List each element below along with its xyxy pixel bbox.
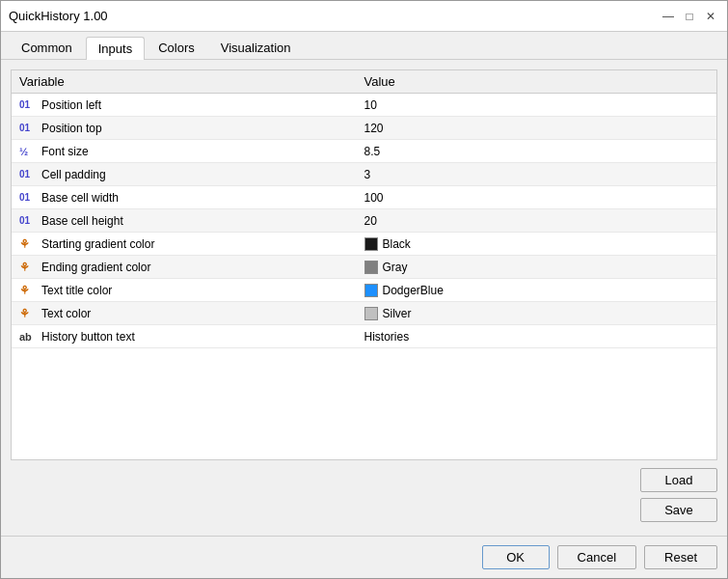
value-cell: Gray — [364, 261, 710, 274]
value-label: 100 — [364, 191, 384, 205]
reset-button[interactable]: Reset — [644, 545, 717, 569]
cancel-button[interactable]: Cancel — [557, 545, 636, 569]
load-button[interactable]: Load — [640, 468, 717, 492]
value-label: 20 — [364, 214, 377, 228]
type-badge: 01 — [19, 169, 37, 179]
variable-label: Position top — [41, 122, 102, 135]
value-cell: 20 — [364, 214, 710, 228]
bottom-section: Load Save — [11, 468, 717, 526]
variable-label: Base cell height — [41, 214, 123, 228]
tab-bar: Common Inputs Colors Visualization — [1, 32, 727, 60]
color-swatch — [364, 237, 378, 251]
table-row: ⚘Ending gradient colorGray — [12, 256, 716, 279]
value-label: 3 — [364, 168, 371, 181]
main-window: QuickHistory 1.00 — □ ✕ Common Inputs Co… — [0, 0, 728, 579]
table-body: 01Position left1001Position top120½Font … — [12, 94, 716, 348]
variable-label: History button text — [41, 330, 135, 344]
variable-label: Cell padding — [41, 168, 106, 181]
color-swatch — [364, 307, 378, 320]
color-swatch — [364, 261, 378, 274]
tab-colors[interactable]: Colors — [146, 36, 207, 59]
table-row: abHistory button textHistories — [12, 325, 716, 348]
variable-label: Text title color — [41, 284, 112, 297]
value-cell: 100 — [364, 191, 710, 205]
value-label: DodgerBlue — [383, 284, 444, 297]
table-row: 01Base cell width100 — [12, 186, 716, 209]
col-variable-header: Variable — [19, 74, 364, 89]
type-badge: ⚘ — [19, 284, 37, 297]
window-title: QuickHistory 1.00 — [9, 9, 108, 23]
variable-cell: 01Base cell width — [19, 191, 364, 205]
table-row: 01Position top120 — [12, 117, 716, 140]
color-swatch — [364, 284, 378, 297]
window-controls: — □ ✕ — [660, 8, 719, 25]
variable-cell: ½Font size — [19, 145, 364, 158]
properties-table: Variable Value 01Position left1001Positi… — [11, 69, 717, 460]
table-row: 01Position left10 — [12, 94, 716, 117]
variable-cell: ⚘Ending gradient color — [19, 261, 364, 274]
table-row: ½Font size8.5 — [12, 140, 716, 163]
variable-cell: 01Cell padding — [19, 168, 364, 181]
type-badge: ⚘ — [19, 237, 37, 251]
tab-content: Variable Value 01Position left1001Positi… — [1, 60, 727, 536]
type-badge: ab — [19, 331, 37, 343]
ok-button[interactable]: OK — [482, 545, 550, 569]
variable-cell: 01Base cell height — [19, 214, 364, 228]
value-label: Silver — [383, 307, 412, 320]
tab-visualization[interactable]: Visualization — [208, 36, 304, 59]
value-cell: Black — [364, 237, 710, 251]
value-label: 10 — [364, 98, 377, 112]
save-button[interactable]: Save — [640, 498, 717, 522]
variable-cell: ⚘Text title color — [19, 284, 364, 297]
col-value-header: Value — [364, 74, 710, 89]
value-cell: 3 — [364, 168, 710, 181]
value-label: 120 — [364, 122, 384, 135]
variable-label: Text color — [41, 307, 91, 320]
table-row: 01Cell padding3 — [12, 163, 716, 186]
variable-label: Position left — [41, 98, 101, 112]
value-label: Histories — [364, 330, 410, 344]
table-row: ⚘Text title colorDodgerBlue — [12, 279, 716, 302]
value-label: Gray — [383, 261, 408, 274]
type-badge: ½ — [19, 146, 37, 157]
value-label: 8.5 — [364, 145, 381, 158]
side-buttons: Load Save — [640, 468, 717, 522]
variable-cell: abHistory button text — [19, 330, 364, 344]
table-row: ⚘Text colorSilver — [12, 302, 716, 325]
value-cell: Silver — [364, 307, 710, 320]
close-button[interactable]: ✕ — [702, 8, 719, 25]
variable-cell: ⚘Text color — [19, 307, 364, 320]
table-row: ⚘Starting gradient colorBlack — [12, 233, 716, 256]
value-cell: 10 — [364, 98, 710, 112]
type-badge: 01 — [19, 192, 37, 203]
type-badge: ⚘ — [19, 261, 37, 274]
minimize-button[interactable]: — — [660, 8, 677, 25]
value-label: Black — [383, 237, 411, 251]
variable-cell: 01Position left — [19, 98, 364, 112]
value-cell: 8.5 — [364, 145, 710, 158]
table-row: 01Base cell height20 — [12, 209, 716, 233]
footer: OK Cancel Reset — [1, 536, 727, 578]
variable-label: Font size — [41, 145, 89, 158]
variable-cell: 01Position top — [19, 122, 364, 135]
type-badge: 01 — [19, 215, 37, 226]
variable-cell: ⚘Starting gradient color — [19, 237, 364, 251]
value-cell: Histories — [364, 330, 710, 344]
type-badge: ⚘ — [19, 307, 37, 320]
title-bar: QuickHistory 1.00 — □ ✕ — [1, 1, 727, 32]
variable-label: Starting gradient color — [41, 237, 154, 251]
variable-label: Base cell width — [41, 191, 119, 205]
maximize-button[interactable]: □ — [681, 8, 698, 25]
tab-common[interactable]: Common — [9, 36, 85, 59]
value-cell: DodgerBlue — [364, 284, 710, 297]
variable-label: Ending gradient color — [41, 261, 150, 274]
type-badge: 01 — [19, 123, 37, 133]
table-header: Variable Value — [12, 70, 716, 94]
value-cell: 120 — [364, 122, 710, 135]
tab-inputs[interactable]: Inputs — [86, 37, 145, 60]
type-badge: 01 — [19, 99, 37, 110]
